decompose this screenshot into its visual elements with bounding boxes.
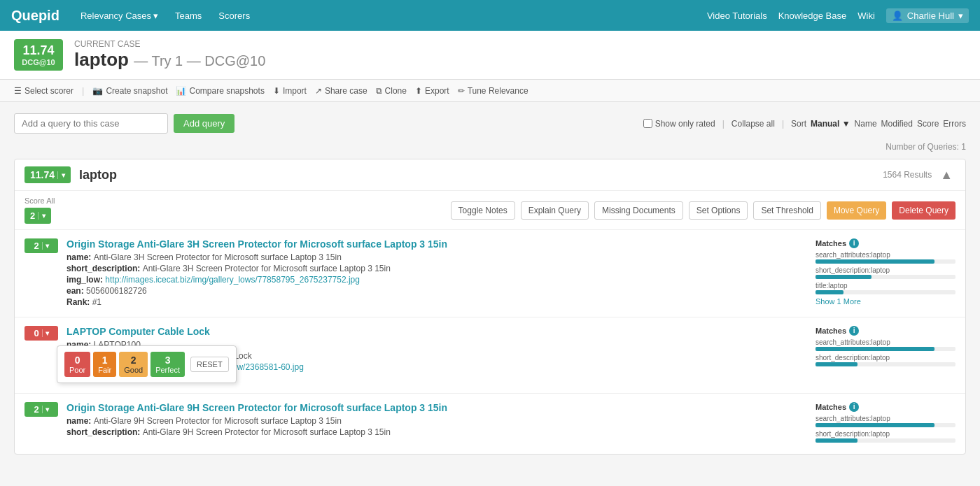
delete-query-button[interactable]: Delete Query [892,201,955,220]
matches-info-icon-2[interactable]: i [849,326,859,336]
nav-right: Video Tutorials Knowledge Base Wiki 👤 Ch… [707,8,969,23]
score-all-badge: 2 ▾ [24,208,51,224]
sort-controls: Show only rated | Collapse all | Sort Ma… [643,119,966,129]
query-score-dropdown[interactable]: ▾ [57,171,65,179]
navbar: Quepid Relevancy Cases ▾ Teams Scorers V… [0,0,980,31]
result-score-3: 2 ▾ [24,402,58,417]
collapse-all-link[interactable]: Collapse all [732,119,775,129]
rate-perfect-button[interactable]: 3 Perfect [150,352,185,377]
sort-name[interactable]: Name [855,119,877,129]
result-score-2: 0 ▾ [24,326,58,341]
toolbar-share-case[interactable]: ↗ Share case [315,86,368,96]
nav-teams[interactable]: Teams [168,8,209,24]
result-title-2[interactable]: LAPTOP Computer Cable Lock [66,326,807,337]
result-rating-dropdown-1[interactable]: ▾ [42,242,49,250]
chart-icon: 📊 [176,86,186,96]
nav-scorers[interactable]: Scorers [211,8,257,24]
result-title-3[interactable]: Origin Storage Anti-Glare 9H Screen Prot… [66,402,807,413]
match-bar-search-2: search_attributes:laptop [816,338,955,351]
result-field-desc-3: short_description: Anti-Glare 9H Screen … [66,427,807,437]
nav-relevancy-cases[interactable]: Relevancy Cases ▾ [74,8,165,24]
query-card: 11.74 ▾ laptop 1564 Results ▲ Score All … [14,159,966,455]
result-rating-dropdown-2[interactable]: ▾ [42,329,49,337]
nav-knowledge-base[interactable]: Knowledge Base [778,10,847,21]
explain-query-button[interactable]: Explain Query [521,201,589,220]
missing-documents-button[interactable]: Missing Documents [594,201,683,220]
result-img-link-1[interactable]: http://images.icecat.biz/img/gallery_low… [105,275,360,285]
result-matches-3: Matches i search_attributes:laptop short… [816,402,955,445]
toolbar-select-scorer[interactable]: ☰ Select scorer [14,86,74,96]
dropdown-arrow-icon: ▾ [153,10,158,21]
case-score: 11.74 DCG@10 [14,39,63,71]
toolbar-create-snapshot[interactable]: 📷 Create snapshot [92,86,167,96]
clone-icon: ⧉ [376,86,382,96]
query-controls: Add query Show only rated | Collapse all… [14,113,966,134]
toggle-notes-button[interactable]: Toggle Notes [451,201,515,220]
match-bar-search-3: search_attributes:laptop [816,415,955,427]
result-rating-dropdown-3[interactable]: ▾ [42,406,49,413]
result-matches-2: Matches i search_attributes:laptop short… [816,326,955,369]
show-only-rated-checkbox[interactable] [643,119,652,128]
case-title: laptop — Try 1 — DCG@10 [74,49,265,71]
add-query-button[interactable]: Add query [174,114,234,133]
share-icon: ↗ [315,86,322,96]
show-more-matches-1[interactable]: Show 1 More [816,297,955,306]
result-title-1[interactable]: Origin Storage Anti-Glare 3H Screen Prot… [66,238,807,250]
score-all-dropdown[interactable]: ▾ [38,212,46,220]
collapse-query-button[interactable]: ▲ [937,168,955,183]
result-item-2: 0 ▾ 0 Poor 1 Fair 2 Good 3 P [15,317,965,393]
toolbar-compare-snapshots[interactable]: 📊 Compare snapshots [176,86,264,96]
result-field-name-1: name: Anti-Glare 3H Screen Protector for… [66,252,807,262]
matches-info-icon-1[interactable]: i [849,238,859,248]
export-icon: ⬆ [415,86,422,96]
result-matches-1: Matches i search_attributes:laptop short… [816,238,955,306]
result-field-desc-1: short_description: Anti-Glare 3H Screen … [66,264,807,273]
result-field-img-1: img_low: http://images.icecat.biz/img/ga… [66,275,807,285]
list-icon: ☰ [14,86,22,96]
query-header: 11.74 ▾ laptop 1564 Results ▲ [15,159,965,191]
query-score: 11.74 ▾ [24,166,71,183]
rate-fair-button[interactable]: 1 Fair [93,352,116,377]
toolbar-import[interactable]: ⬇ Import [273,86,307,96]
toolbar: ☰ Select scorer | 📷 Create snapshot 📊 Co… [0,80,980,102]
reset-rating-button[interactable]: RESET [190,357,229,372]
sort-modified[interactable]: Modified [881,119,913,129]
move-query-button[interactable]: Move Query [827,201,886,220]
match-bar-desc-2: short_description:laptop [816,354,955,366]
num-queries: Number of Queries: 1 [14,142,966,152]
show-only-rated-label[interactable]: Show only rated [643,119,715,129]
result-item-3: 2 ▾ Origin Storage Anti-Glare 9H Screen … [15,393,965,454]
toolbar-clone[interactable]: ⧉ Clone [376,86,407,96]
brand-logo[interactable]: Quepid [11,8,59,24]
toolbar-tune-relevance[interactable]: ✏ Tune Relevance [458,86,528,96]
case-info: Current case laptop — Try 1 — DCG@10 [74,39,265,71]
user-icon: 👤 [892,10,903,21]
query-name: laptop [79,168,874,183]
sort-score[interactable]: Score [917,119,939,129]
match-bar-search-1: search_attributes:laptop [816,251,955,264]
nav-video-tutorials[interactable]: Video Tutorials [707,10,767,21]
rating-popup: 0 Poor 1 Fair 2 Good 3 Perfect RESET [57,345,237,383]
case-header: 11.74 DCG@10 Current case laptop — Try 1… [0,31,980,80]
user-menu[interactable]: 👤 Charlie Hull ▾ [886,8,969,23]
current-case-label: Current case [74,39,265,49]
set-threshold-button[interactable]: Set Threshold [753,201,821,220]
result-field-ean-1: ean: 5056006182726 [66,286,807,296]
score-all-row: Score All 2 ▾ Toggle Notes Explain Query… [15,191,965,229]
matches-info-icon-3[interactable]: i [849,402,859,412]
nav-links: Relevancy Cases ▾ Teams Scorers [74,8,707,24]
result-field-name-3: name: Anti-Glare 9H Screen Protector for… [66,416,807,426]
set-options-button[interactable]: Set Options [689,201,748,220]
user-dropdown-icon: ▾ [958,10,963,21]
add-query-input[interactable] [14,113,168,134]
import-icon: ⬇ [273,86,280,96]
main-content: Add query Show only rated | Collapse all… [0,102,980,477]
sort-errors[interactable]: Errors [943,119,966,129]
rate-poor-button[interactable]: 0 Poor [64,352,90,377]
sort-manual[interactable]: Manual ▼ [811,119,850,129]
rate-good-button[interactable]: 2 Good [119,352,148,377]
nav-wiki[interactable]: Wiki [858,10,875,21]
query-action-buttons: Toggle Notes Explain Query Missing Docum… [451,201,955,220]
sort-arrow-icon: ▼ [842,119,850,129]
toolbar-export[interactable]: ⬆ Export [415,86,449,96]
